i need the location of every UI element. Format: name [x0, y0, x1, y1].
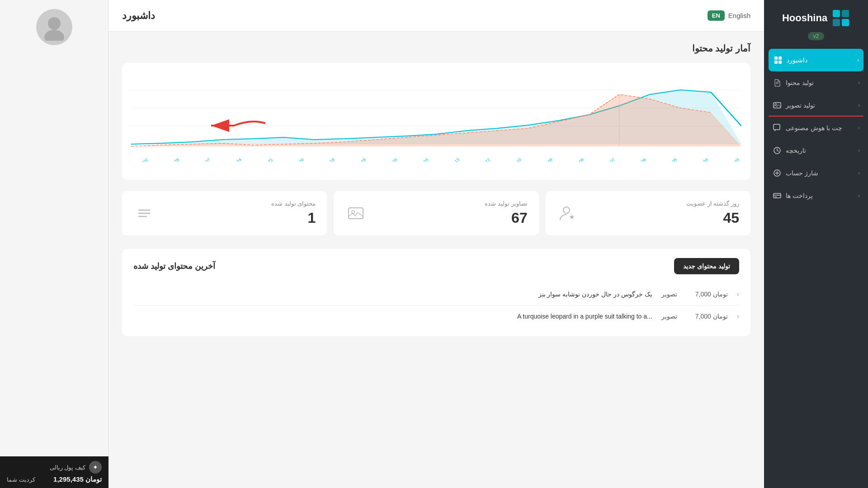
svg-rect-10: [774, 103, 781, 108]
stat-value-contents: 1: [271, 210, 316, 226]
stat-card-contents: محتوای تولید شده 1: [122, 191, 327, 235]
credit-wallet-label: کیف پول ریالی: [50, 464, 85, 471]
payments-label: پرداخت ها: [786, 192, 813, 199]
sidebar-item-history[interactable]: ‹ تاریخچه: [764, 139, 868, 162]
stat-value-days: 45: [686, 210, 739, 226]
charge-nav-right: شارژ حساب: [772, 168, 818, 178]
stat-label-images: تصاویر تولید شده: [485, 200, 527, 207]
svg-rect-4: [774, 56, 778, 60]
svg-rect-17: [774, 193, 781, 198]
avatar: [36, 9, 72, 45]
image-stat-icon: [345, 202, 367, 224]
left-panel: ✦ کیف پول ریالی 1,295,435 تومان کردیت شم…: [0, 0, 108, 488]
stat-label-days: روز گذشته از عضویت: [686, 200, 739, 207]
svg-rect-19: [775, 197, 777, 197]
dashboard-grid-icon: [773, 55, 783, 65]
sidebar-item-ai-chat[interactable]: ‹ چت با هوش مصنوعی: [764, 117, 868, 139]
date-label: 2024-11-16: [380, 157, 398, 162]
payments-nav-right: پرداخت ها: [772, 191, 813, 201]
chat-ai-icon: [772, 123, 782, 133]
sidebar-item-payments[interactable]: ‹ پرداخت ها: [764, 184, 868, 207]
stat-info-contents: محتوای تولید شده 1: [271, 200, 316, 226]
content-nav-right: تولید محتوا: [772, 78, 814, 88]
history-chevron: ‹: [858, 147, 860, 154]
date-label: 2024-11-08: [566, 157, 585, 162]
date-label: 2024-11-13: [442, 157, 460, 162]
header-bar: English EN داشبورد: [108, 0, 764, 32]
content-label: تولید محتوا: [786, 79, 814, 86]
svg-rect-12: [774, 124, 780, 130]
row1-title: یک خرگوس در حال خوردن نوشابه سوار بنز: [133, 291, 652, 298]
date-label: 2024-11-06: [629, 157, 647, 162]
image-nav-right: تولید تصویر: [772, 100, 815, 110]
table-row: ‹ 7,000 تومان تصویر ...A turquoise leopa…: [133, 305, 739, 327]
credit-amount: 1,295,435 تومان: [53, 475, 102, 483]
content-chevron: ‹: [858, 80, 860, 86]
charge-icon: [772, 168, 782, 178]
svg-point-33: [44, 30, 64, 41]
charge-chevron: ‹: [858, 170, 860, 176]
sidebar-logo: Hooshina: [764, 0, 868, 32]
row2-title: ...A turquoise leopard in a purple suit …: [133, 313, 652, 320]
stat-value-images: 67: [485, 210, 527, 226]
stat-card-days: روز گذشته از عضویت 45: [546, 191, 750, 235]
date-label: 2024-11-21: [255, 157, 274, 162]
svg-point-11: [775, 103, 777, 105]
date-label: 2024-11-20: [287, 157, 305, 162]
chat-nav-right: چت با هوش مصنوعی: [772, 123, 842, 133]
image-underline: [769, 116, 863, 117]
payments-chevron: ‹: [858, 192, 860, 199]
recent-header: تولید محتوای جدید آخرین محتوای تولید شده: [133, 258, 739, 274]
lang-text: English: [728, 12, 750, 19]
chart-title: آمار تولید محتوا: [122, 43, 750, 54]
lang-switcher[interactable]: English EN: [708, 10, 750, 21]
dashboard-chevron: ‹: [857, 57, 859, 63]
image-chevron: ‹: [858, 102, 860, 108]
stat-info-images: تصاویر تولید شده 67: [485, 200, 527, 226]
credit-info: 1,295,435 تومان کردیت شما: [7, 475, 102, 483]
dashboard-nav-right: داشبورد: [773, 55, 807, 65]
payments-icon: [772, 191, 782, 201]
svg-rect-27: [349, 208, 363, 219]
sidebar-item-image[interactable]: ‹ تولید تصویر: [764, 94, 868, 117]
sidebar-item-dashboard[interactable]: ‹ داشبورد: [769, 49, 863, 71]
avatar-icon: [41, 14, 68, 41]
sidebar-item-content[interactable]: ‹ تولید محتوا: [764, 71, 868, 94]
sidebar-item-charge[interactable]: ‹ شارژ حساب: [764, 162, 868, 184]
svg-point-28: [352, 211, 354, 213]
image-ai-icon: [772, 100, 782, 110]
chart-section: آمار تولید محتوا: [122, 43, 750, 180]
credit-section: ✦ کیف پول ریالی 1,295,435 تومان کردیت شم…: [0, 456, 108, 488]
svg-rect-7: [778, 61, 782, 64]
charge-label: شارژ حساب: [786, 169, 818, 177]
chat-label: چت با هوش مصنوعی: [786, 124, 842, 131]
svg-rect-2: [833, 19, 840, 26]
stat-info-days: روز گذشته از عضویت 45: [686, 200, 739, 226]
content-area: آمار تولید محتوا: [108, 32, 764, 488]
date-label: 2024-11-27: [193, 157, 212, 162]
credit-wallet[interactable]: ✦ کیف پول ریالی: [7, 461, 102, 474]
sidebar-logo-text: Hooshina: [782, 12, 827, 24]
history-nav-right: تاریخچه: [772, 145, 806, 155]
history-label: تاریخچه: [786, 147, 806, 154]
history-icon: [772, 145, 782, 155]
chart-container: 2024-11-03 2024-11-04 2024-11-05 2024-11…: [122, 63, 750, 180]
dashboard-label: داشبورد: [787, 56, 807, 64]
row1-type: تصویر: [661, 291, 677, 298]
svg-rect-1: [842, 10, 849, 17]
lines-stat-icon: [133, 202, 155, 224]
credit-your-label: کردیت شما: [7, 476, 35, 483]
chat-chevron: ‹: [858, 125, 860, 131]
date-label: 2024-11-18: [349, 157, 367, 162]
wallet-icon: ✦: [89, 461, 102, 474]
page-title: داشبورد: [122, 10, 155, 22]
new-content-button[interactable]: تولید محتوای جدید: [674, 258, 739, 274]
row2-chevron[interactable]: ‹: [737, 312, 739, 320]
date-label: 202...: [139, 157, 149, 162]
image-label: تولید تصویر: [786, 102, 815, 109]
row1-chevron[interactable]: ‹: [737, 290, 739, 298]
date-label: 2024-11-12: [473, 157, 491, 162]
date-label: 2024-11-03: [722, 157, 740, 162]
chart-svg: [131, 72, 741, 153]
date-label: 2024-11-24: [224, 157, 242, 162]
